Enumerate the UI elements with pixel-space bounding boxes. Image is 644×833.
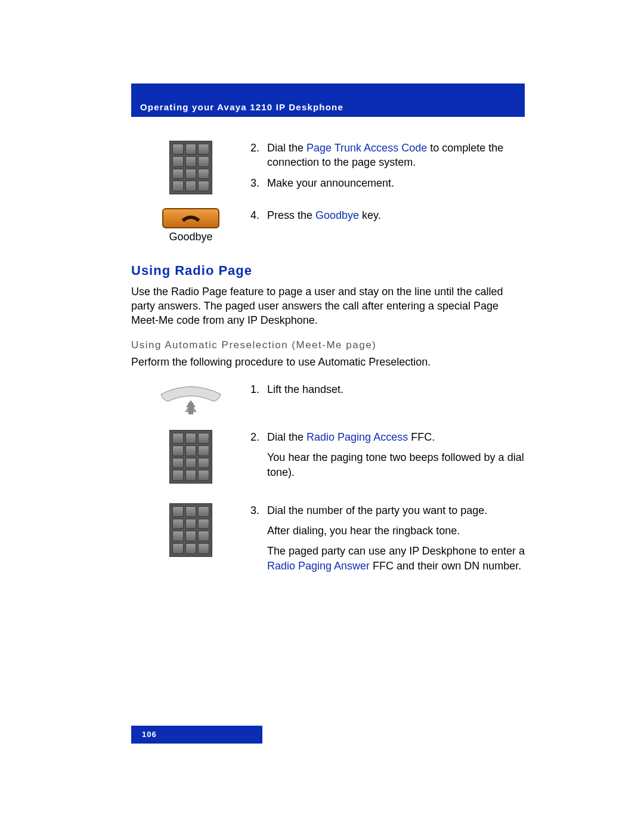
step-text-part: Lift the handset.: [267, 382, 343, 397]
link-radio-paging-answer[interactable]: Radio Paging Answer: [267, 560, 370, 572]
header-bar: Operating your Avaya 1210 IP Deskphone: [131, 83, 525, 117]
subsection-heading: Using Automatic Preselection (Meet-Me pa…: [131, 339, 525, 352]
link-page-trunk-access-code[interactable]: Page Trunk Access Code: [306, 142, 427, 154]
step-number: 1.: [250, 382, 267, 397]
svg-rect-1: [188, 407, 193, 414]
lift-handset-icon: [131, 382, 250, 418]
step-text-part: Dial the: [267, 431, 306, 443]
goodbye-key-icon: Goodbye: [131, 208, 250, 244]
step-note: You hear the paging tone two beeps follo…: [267, 450, 525, 479]
step-number: 3.: [250, 176, 267, 190]
section-heading: Using Radio Page: [131, 262, 525, 280]
step-number: 2.: [250, 430, 267, 479]
step-row: Goodbye 4. Press the Goodbye key.: [131, 208, 525, 244]
svg-marker-0: [186, 400, 196, 407]
step-row: 1. Lift the handset.: [131, 382, 525, 418]
link-radio-paging-access[interactable]: Radio Paging Access: [306, 431, 408, 443]
section-intro: Use the Radio Page feature to page a use…: [131, 284, 525, 328]
step-row: 3. Dial the number of the party you want…: [131, 503, 525, 579]
step-text: 2. Dial the Page Trunk Access Code to co…: [250, 141, 525, 196]
subsection-intro: Perform the following procedure to use A…: [131, 355, 525, 369]
document-page: Operating your Avaya 1210 IP Deskphone 2…: [0, 0, 644, 833]
step-number: 4.: [250, 208, 267, 222]
page-number-bar: 106: [131, 726, 262, 744]
step-text-part: Dial the: [267, 142, 306, 154]
handset-down-icon: [179, 213, 202, 224]
goodbye-label: Goodbye: [131, 230, 250, 244]
step-text-part: Make your announcement.: [267, 176, 394, 190]
header-title: Operating your Avaya 1210 IP Deskphone: [140, 101, 343, 113]
keypad-icon: [131, 503, 250, 557]
step-row: 2. Dial the Radio Paging Access FFC. You…: [131, 430, 525, 485]
page-number: 106: [142, 729, 157, 740]
step-text-part: FFC and their own DN number.: [370, 560, 521, 572]
keypad-icon: [131, 430, 250, 484]
step-number: 3.: [250, 503, 267, 573]
step-text-part: Dial the number of the party you want to…: [267, 503, 525, 518]
step-text-part: key.: [359, 209, 381, 221]
step-text-part: The paged party can use any IP Deskphone…: [267, 545, 525, 557]
step-row: 2. Dial the Page Trunk Access Code to co…: [131, 141, 525, 196]
step-text-part: FFC.: [408, 431, 435, 443]
link-goodbye[interactable]: Goodbye: [315, 209, 359, 221]
step-number: 2.: [250, 141, 267, 170]
keypad-icon: [131, 141, 250, 194]
step-note: After dialing, you hear the ringback ton…: [267, 524, 525, 538]
step-text-part: Press the: [267, 209, 315, 221]
